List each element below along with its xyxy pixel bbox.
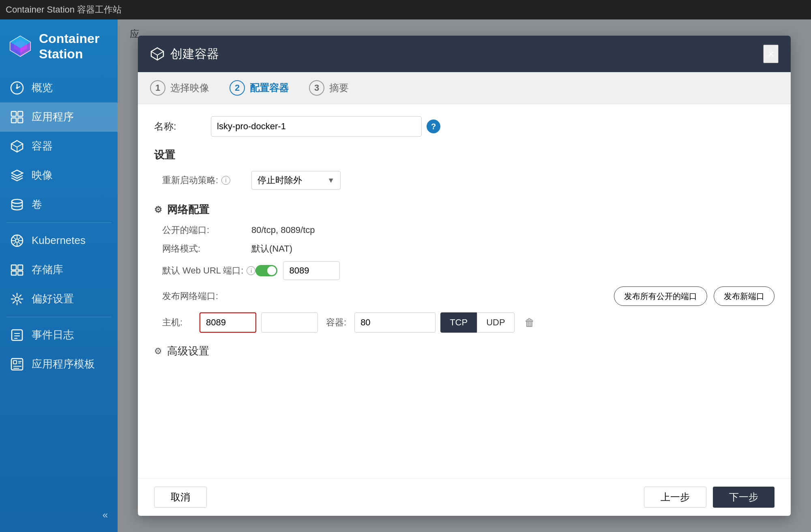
dialog-title-text: 创建容器 [170, 46, 219, 62]
title-bar: Container Station 容器工作站 [0, 0, 811, 19]
sidebar-item-overview[interactable]: 概览 [0, 73, 118, 103]
restart-info-icon[interactable]: i [221, 176, 230, 185]
advanced-settings-section[interactable]: ⚙ 高级设置 [154, 344, 775, 358]
public-ports-row: 公开的端口: 80/tcp, 8089/tcp [154, 224, 775, 236]
prev-button[interactable]: 上一步 [644, 487, 706, 508]
svg-rect-24 [11, 265, 16, 270]
publish-label: 发布网络端口: [162, 290, 251, 302]
nav-divider-1 [6, 222, 111, 223]
web-url-port-input[interactable] [283, 261, 340, 280]
sidebar-item-label-templates: 应用程序模板 [32, 357, 95, 371]
name-input[interactable] [211, 116, 422, 137]
container-port-input[interactable] [354, 312, 436, 333]
network-mode-row: 网络模式: 默认(NAT) [154, 243, 775, 255]
port-mapping-section: 主机: 容器: TCP UDP 🗑 [154, 312, 775, 333]
settings-icon [10, 292, 24, 306]
step-3-label: 摘要 [329, 81, 349, 94]
sidebar-item-label-kubernetes: Kubernetes [32, 234, 86, 247]
host-label: 主机: [162, 316, 195, 329]
sidebar-item-preferences[interactable]: 偏好设置 [0, 284, 118, 314]
svg-rect-26 [11, 271, 16, 275]
dashboard-icon [10, 81, 24, 95]
sidebar-item-label-preferences: 偏好设置 [32, 292, 74, 306]
udp-button[interactable]: UDP [477, 312, 514, 333]
host-port-input[interactable] [200, 312, 256, 333]
advanced-label: 高级设置 [167, 344, 209, 358]
dialog-header: 创建容器 × [138, 36, 791, 72]
sidebar-item-events[interactable]: 事件日志 [0, 320, 118, 350]
restart-label: 重新启动策略: i [162, 174, 251, 186]
svg-line-22 [18, 237, 21, 239]
sidebar-item-label-apps: 应用程序 [32, 110, 74, 124]
protocol-buttons: TCP UDP [440, 312, 514, 333]
web-url-toggle[interactable] [255, 265, 277, 276]
tcp-button[interactable]: TCP [440, 312, 477, 333]
sidebar-nav: 概览 应用程序 [0, 73, 118, 502]
step-2: 2 配置容器 [230, 80, 289, 96]
svg-rect-10 [18, 118, 23, 123]
network-mode-label: 网络模式: [162, 243, 251, 255]
sidebar-item-label-events: 事件日志 [32, 328, 74, 342]
select-arrow-icon: ▼ [327, 176, 335, 185]
sidebar: Container Station 概览 [0, 19, 118, 532]
name-row: 名称: ? [154, 116, 775, 137]
publish-buttons: 发布所有公开的端口 发布新端口 [614, 286, 775, 306]
sidebar-item-templates[interactable]: 应用程序模板 [0, 350, 118, 379]
gear-icon: ⚙ [154, 205, 162, 215]
network-mode-value: 默认(NAT) [251, 243, 292, 255]
dialog-footer: 取消 上一步 下一步 [138, 478, 791, 516]
publish-new-button[interactable]: 发布新端口 [714, 286, 775, 306]
svg-rect-7 [11, 111, 16, 116]
next-button[interactable]: 下一步 [713, 487, 775, 508]
settings-section: 设置 重新启动策略: i 停止时除外 ▼ [154, 148, 775, 190]
network-config-header: ⚙ 网络配置 [154, 203, 775, 217]
sidebar-item-label-images: 映像 [32, 168, 53, 182]
sidebar-item-kubernetes[interactable]: Kubernetes [0, 226, 118, 255]
step-3: 3 摘要 [309, 80, 349, 96]
database-icon [10, 197, 24, 212]
svg-line-21 [18, 242, 21, 245]
svg-rect-27 [18, 271, 23, 275]
host-port-extra-input[interactable] [261, 312, 318, 333]
sidebar-item-label-volumes: 卷 [32, 197, 42, 212]
network-section: ⚙ 网络配置 公开的端口: 80/tcp, 8089/tcp 网络模式: 默认(… [154, 203, 775, 333]
wizard-steps: 1 选择映像 2 配置容器 3 摘要 [138, 72, 791, 104]
delete-port-button[interactable]: 🗑 [523, 315, 536, 331]
sidebar-item-apps[interactable]: 应用程序 [0, 103, 118, 132]
port-mapping-row: 主机: 容器: TCP UDP 🗑 [162, 312, 775, 333]
container-station-logo [8, 34, 32, 58]
svg-rect-34 [13, 361, 17, 364]
web-url-info-icon[interactable]: i [247, 266, 255, 275]
sidebar-bottom: « [0, 502, 118, 528]
sidebar-item-containers[interactable]: 容器 [0, 132, 118, 161]
svg-line-23 [13, 242, 16, 245]
sidebar-item-volumes[interactable]: 卷 [0, 190, 118, 219]
create-container-dialog: 创建容器 × 1 选择映像 2 配置容器 3 摘要 [138, 36, 791, 516]
settings-title: 设置 [154, 148, 775, 162]
network-config-title: 网络配置 [167, 203, 209, 217]
web-url-row: 默认 Web URL 端口: i [154, 261, 775, 280]
help-icon[interactable]: ? [427, 120, 440, 133]
step-2-circle: 2 [230, 80, 245, 96]
restart-policy-row: 重新启动策略: i 停止时除外 ▼ [154, 171, 775, 190]
svg-point-13 [12, 199, 22, 203]
cancel-button[interactable]: 取消 [154, 487, 207, 508]
sidebar-item-label-containers: 容器 [32, 139, 53, 153]
publish-all-button[interactable]: 发布所有公开的端口 [614, 286, 707, 306]
main-layout: Container Station 概览 [0, 19, 811, 532]
cube-icon [10, 139, 24, 154]
collapse-button[interactable]: « [99, 506, 111, 524]
layers-icon [10, 168, 24, 183]
svg-rect-9 [11, 118, 16, 123]
sidebar-item-images[interactable]: 映像 [0, 161, 118, 190]
dialog-title: 创建容器 [150, 46, 219, 62]
sidebar-item-storage[interactable]: 存储库 [0, 255, 118, 284]
svg-point-6 [16, 87, 18, 89]
publish-ports-row: 发布网络端口: 发布所有公开的端口 发布新端口 [154, 286, 775, 306]
public-ports-value: 80/tcp, 8089/tcp [251, 225, 315, 235]
storage-icon [10, 263, 24, 277]
svg-rect-29 [12, 330, 22, 340]
sidebar-logo-text: Container Station [39, 31, 108, 62]
close-button[interactable]: × [763, 45, 779, 63]
restart-policy-select[interactable]: 停止时除外 ▼ [251, 171, 341, 190]
